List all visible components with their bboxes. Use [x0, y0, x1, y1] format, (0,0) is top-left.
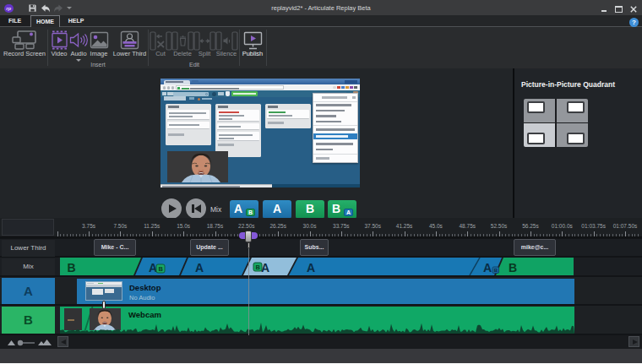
svg-text:B: B [494, 268, 498, 273]
svg-text:B: B [68, 261, 76, 274]
svg-text:A: A [307, 261, 315, 274]
svg-text:A: A [483, 261, 492, 274]
svg-text:B: B [159, 265, 164, 273]
svg-text:B: B [256, 263, 261, 271]
svg-text:B: B [509, 261, 517, 274]
svg-text:A: A [261, 261, 269, 274]
svg-text:A: A [195, 261, 204, 274]
